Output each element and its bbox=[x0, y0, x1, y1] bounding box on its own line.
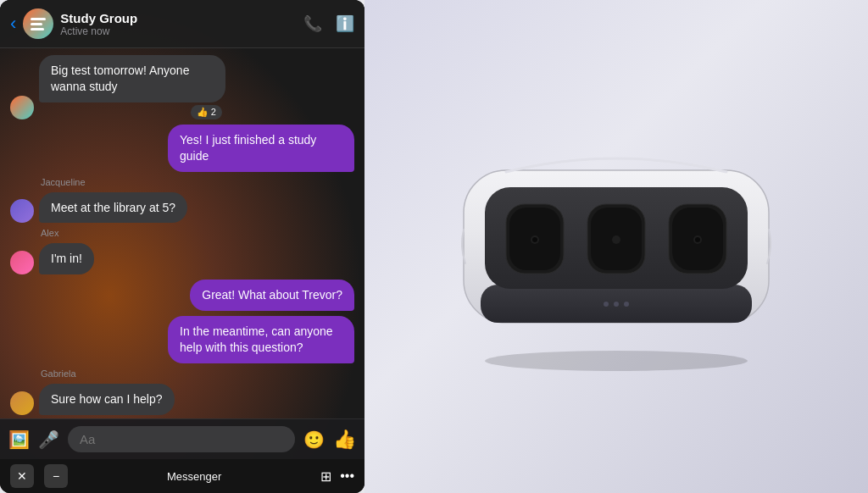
emoji-button[interactable]: 🙂 bbox=[303, 429, 325, 450]
group-avatar bbox=[23, 8, 53, 39]
svg-point-10 bbox=[612, 235, 620, 244]
more-options-icon[interactable]: ••• bbox=[340, 468, 354, 484]
message-bubble: Yes! I just finished a study guide bbox=[168, 125, 354, 172]
svg-point-14 bbox=[695, 237, 700, 242]
like-button[interactable]: 👍 bbox=[333, 429, 356, 451]
svg-point-0 bbox=[485, 351, 748, 371]
back-button[interactable]: ‹ bbox=[10, 13, 16, 35]
message-bubble: Meet at the library at 5? bbox=[39, 192, 187, 224]
message-bubble: Sure how can I help? bbox=[39, 384, 175, 415]
message-row: I'm in! bbox=[10, 243, 354, 274]
avatar bbox=[10, 391, 34, 415]
app-label: Messenger bbox=[167, 470, 221, 483]
bottom-left-actions: ✕ − bbox=[10, 464, 68, 488]
group-status: Active now bbox=[60, 25, 303, 37]
input-area: 🖼️ 🎤 🙂 👍 bbox=[0, 418, 364, 459]
info-button[interactable]: ℹ️ bbox=[336, 14, 354, 33]
microphone-button[interactable]: 🎤 bbox=[38, 429, 59, 450]
sender-name: Alex bbox=[41, 228, 354, 238]
group-name: Study Group bbox=[60, 11, 303, 25]
message-bubble: Big test tomorrow! Anyone wanna study bbox=[39, 55, 225, 102]
bottom-bar: ✕ − Messenger ⊞ ••• bbox=[0, 459, 364, 493]
header-actions: 📞 ℹ️ bbox=[303, 14, 354, 33]
messenger-content: ‹ Study Group Active now 📞 ℹ️ Big tes bbox=[0, 0, 364, 493]
call-button[interactable]: 📞 bbox=[303, 14, 322, 33]
message-bubble: Great! What about Trevor? bbox=[190, 280, 354, 311]
messages-area: Big test tomorrow! Anyone wanna study 👍 … bbox=[0, 48, 364, 418]
svg-point-7 bbox=[532, 237, 537, 242]
svg-point-16 bbox=[614, 302, 619, 307]
messenger-header: ‹ Study Group Active now 📞 ℹ️ bbox=[0, 0, 364, 48]
avatar bbox=[10, 199, 34, 223]
vr-headset-container bbox=[430, 111, 803, 382]
message-row: In the meantime, can anyone help with th… bbox=[10, 316, 354, 363]
messenger-panel: ‹ Study Group Active now 📞 ℹ️ Big tes bbox=[0, 0, 364, 493]
svg-point-15 bbox=[604, 302, 609, 307]
sender-name: Jacqueline bbox=[41, 177, 354, 187]
header-info: Study Group Active now bbox=[60, 11, 303, 37]
message-row: Sure how can I help? bbox=[10, 384, 354, 415]
message-row: Yes! I just finished a study guide bbox=[10, 125, 354, 172]
group-avatar-icon bbox=[31, 18, 46, 30]
message-row: Great! What about Trevor? bbox=[10, 280, 354, 311]
svg-point-17 bbox=[624, 302, 629, 307]
message-bubble: I'm in! bbox=[39, 243, 94, 274]
message-bubble: In the meantime, can anyone help with th… bbox=[168, 316, 354, 363]
message-row: Meet at the library at 5? bbox=[10, 192, 354, 224]
minimize-button[interactable]: − bbox=[44, 464, 68, 488]
message-input[interactable] bbox=[68, 426, 295, 452]
close-button[interactable]: ✕ bbox=[10, 464, 34, 488]
image-button[interactable]: 🖼️ bbox=[8, 429, 30, 450]
vr-panel bbox=[364, 0, 868, 493]
bottom-right-actions: ⊞ ••• bbox=[320, 468, 354, 485]
sender-name: Gabriela bbox=[41, 368, 354, 379]
avatar bbox=[10, 251, 34, 274]
avatar bbox=[10, 96, 34, 119]
reaction-badge: 👍 2 bbox=[191, 105, 222, 119]
message-row: Big test tomorrow! Anyone wanna study 👍 … bbox=[10, 55, 354, 119]
expand-icon[interactable]: ⊞ bbox=[320, 468, 331, 485]
vr-headset-svg bbox=[430, 119, 803, 374]
